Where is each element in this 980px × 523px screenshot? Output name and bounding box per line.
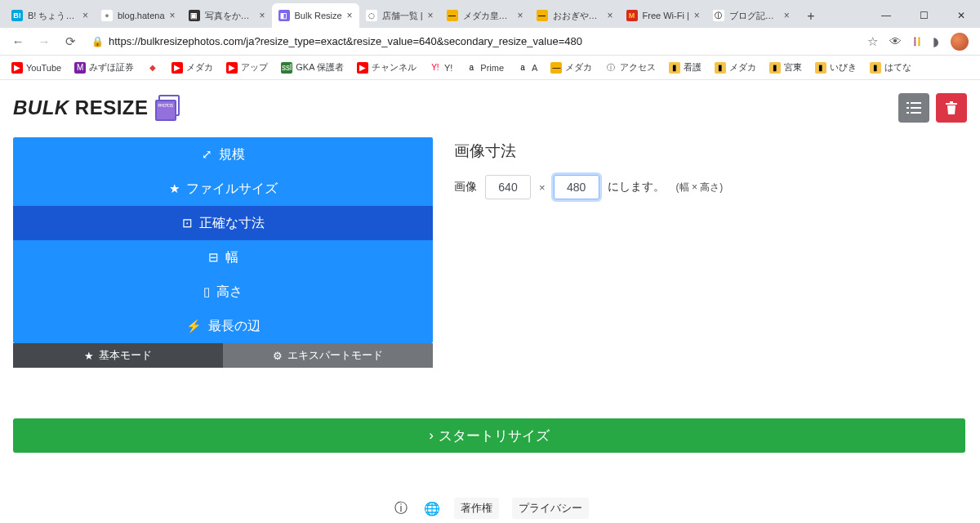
height-input[interactable] [554, 175, 599, 199]
sliders-icon: ⚙ [273, 350, 283, 362]
option-label: 幅 [225, 249, 238, 266]
info-icon[interactable]: ⓘ [392, 499, 410, 517]
globe-icon[interactable]: 🌐 [423, 499, 441, 517]
resize-option[interactable]: ⤢規模 [13, 137, 433, 172]
resize-option[interactable]: ⚡最長の辺 [13, 309, 433, 343]
list-icon [906, 102, 921, 114]
tab-close-icon[interactable]: × [347, 10, 353, 21]
svg-rect-1 [911, 102, 921, 104]
forward-button[interactable]: → [33, 30, 56, 53]
tab-title: Free Wi-Fi | [643, 11, 689, 20]
bookmark-label: メダカ [565, 61, 592, 74]
copyright-link[interactable]: 著作権 [454, 498, 499, 519]
trash-icon [946, 101, 957, 114]
bookmark-favicon: ▮ [769, 62, 781, 74]
resize-option[interactable]: ⊡正確な寸法 [13, 206, 433, 240]
width-input[interactable] [485, 175, 531, 199]
browser-tab[interactable]: ◌店舗一覧 |× [359, 3, 440, 28]
star-icon[interactable]: ☆ [867, 34, 878, 49]
bookmark-item[interactable]: Y!Y! [425, 60, 457, 75]
bookmark-favicon: ◆ [147, 62, 158, 74]
page-footer: ⓘ 🌐 著作権 プライバシー [13, 498, 967, 519]
expert-mode-tab[interactable]: ⚙ エキスパートモード [223, 343, 433, 368]
tab-close-icon[interactable]: × [518, 10, 523, 21]
bookmark-favicon: ▶ [172, 62, 183, 74]
bookmark-item[interactable]: ▮いびき [810, 60, 862, 75]
bookmark-item[interactable]: ▮はてな [865, 60, 916, 75]
tab-title: blog.hatena [118, 11, 165, 20]
browser-tab[interactable]: ⓘブログ記事投× [706, 3, 796, 28]
extension-icon-2[interactable]: ⁞⁞ [913, 34, 921, 49]
bookmarks-bar: ▶YouTubeMみずほ証券◆▶メダカ▶アップsslGKA 保護者▶チャンネルY… [0, 56, 980, 80]
bookmark-item[interactable]: ▮宮東 [764, 60, 807, 75]
star-icon: ★ [84, 350, 94, 362]
svg-rect-7 [950, 101, 953, 103]
resize-option[interactable]: ⊟幅 [13, 240, 433, 275]
tab-favicon: — [447, 10, 458, 21]
tab-favicon: B! [11, 10, 23, 21]
resize-option[interactable]: ★ファイルサイズ [13, 172, 433, 206]
bookmark-favicon: ▶ [357, 62, 368, 74]
dim-prefix: 画像 [454, 180, 477, 194]
bookmark-item[interactable]: ◆ [142, 60, 163, 75]
bookmark-item[interactable]: ▮看護 [664, 60, 706, 75]
tab-close-icon[interactable]: × [694, 10, 700, 21]
delete-button[interactable] [936, 93, 967, 123]
bookmark-item[interactable]: ▮メダカ [710, 60, 761, 75]
bookmark-item[interactable]: —メダカ [546, 60, 597, 75]
basic-mode-tab[interactable]: ★ 基本モード [13, 343, 223, 368]
lock-icon: 🔒 [91, 36, 104, 47]
tab-close-icon[interactable]: × [82, 10, 88, 21]
close-window-button[interactable]: ✕ [942, 3, 980, 28]
list-view-button[interactable] [898, 93, 929, 123]
browser-tab[interactable]: B!B! ちょうど1× [5, 3, 95, 28]
start-resize-button[interactable]: › スタートリサイズ [13, 418, 965, 453]
browser-tabstrip: B!B! ちょうど1×●blog.hatena×▣写真をかんた×◧Bulk Re… [0, 0, 980, 28]
maximize-button[interactable]: ☐ [905, 3, 942, 28]
bookmark-favicon: ▶ [226, 62, 238, 74]
bookmark-item[interactable]: Mみずほ証券 [69, 60, 139, 75]
tab-close-icon[interactable]: × [260, 10, 265, 21]
bookmark-item[interactable]: ⓘアクセス [600, 60, 661, 75]
chevron-right-icon: › [429, 427, 434, 444]
browser-tab[interactable]: —おおぎやラー× [530, 3, 620, 28]
resize-option[interactable]: ▯高さ [13, 275, 433, 309]
option-icon: ⊡ [182, 216, 193, 230]
svg-rect-6 [946, 103, 957, 105]
browser-tab[interactable]: MFree Wi-Fi |× [620, 3, 706, 28]
bookmark-item[interactable]: ▶チャンネル [352, 60, 421, 75]
url-field[interactable]: 🔒 https://bulkresizephotos.com/ja?resize… [85, 30, 858, 53]
browser-tab[interactable]: ◧Bulk Resize× [272, 3, 359, 28]
site-logo[interactable]: BULK RESIZE [13, 93, 183, 123]
logo-bulk: BULK [13, 96, 69, 118]
new-tab-button[interactable]: + [800, 5, 822, 28]
tab-close-icon[interactable]: × [428, 10, 434, 21]
extension-icon-3[interactable]: ◗ [933, 34, 939, 49]
privacy-link[interactable]: プライバシー [512, 498, 589, 519]
tab-favicon: M [626, 10, 638, 21]
bookmark-item[interactable]: ▶アップ [221, 60, 273, 75]
bookmark-label: はてな [884, 61, 911, 74]
back-button[interactable]: ← [7, 30, 29, 53]
profile-avatar[interactable] [951, 33, 969, 51]
reload-button[interactable]: ⟳ [59, 30, 82, 53]
bookmark-favicon: a [466, 62, 477, 74]
minimize-button[interactable]: — [867, 3, 905, 28]
bookmark-item[interactable]: sslGKA 保護者 [276, 60, 349, 75]
extension-icon-1[interactable]: 👁 [889, 34, 902, 48]
bookmark-label: メダカ [729, 61, 756, 74]
tab-title: 写真をかんた [205, 10, 255, 22]
tab-close-icon[interactable]: × [608, 10, 613, 21]
bookmark-favicon: — [550, 62, 562, 74]
bookmark-item[interactable]: aPrime [461, 60, 509, 75]
browser-tab[interactable]: ●blog.hatena× [95, 3, 182, 28]
browser-tab[interactable]: —メダカ皇帝の× [440, 3, 530, 28]
browser-tab[interactable]: ▣写真をかんた× [182, 3, 272, 28]
tab-title: B! ちょうど1 [28, 10, 78, 22]
bookmark-item[interactable]: ▶YouTube [7, 60, 66, 75]
option-label: ファイルサイズ [186, 181, 278, 198]
tab-close-icon[interactable]: × [170, 10, 176, 21]
bookmark-item[interactable]: ▶メダカ [167, 60, 218, 75]
tab-close-icon[interactable]: × [784, 10, 790, 21]
bookmark-item[interactable]: aA [512, 60, 542, 75]
